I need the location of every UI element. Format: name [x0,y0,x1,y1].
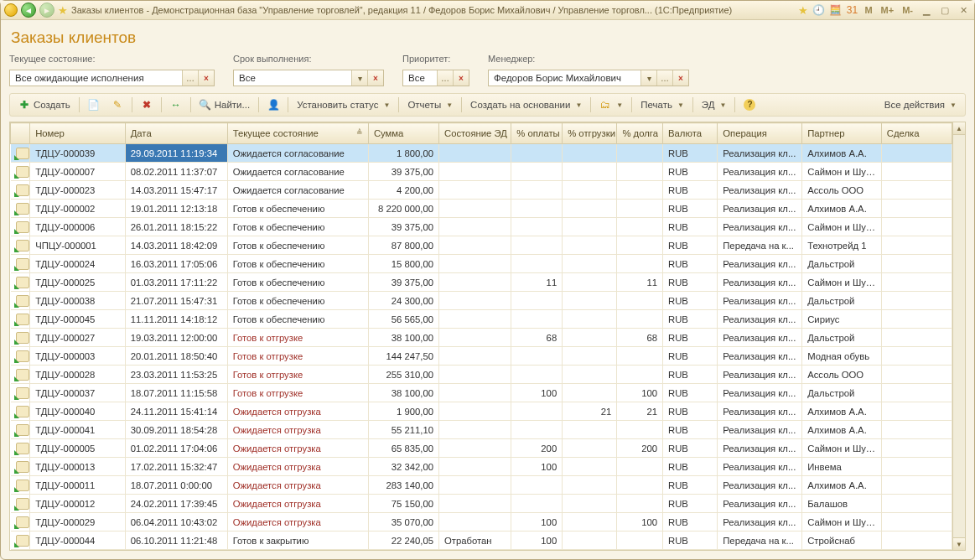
help-button[interactable]: ? [739,95,760,115]
col-number-header[interactable]: Номер [30,123,126,144]
calculator-icon[interactable]: 🧮 [828,4,842,16]
minimize-button[interactable]: ▁ [919,5,934,16]
cell-partner: Технотрейд 1 [802,236,882,255]
history-icon[interactable]: 🕘 [812,4,825,16]
col-ship-header[interactable]: % отгрузки [563,123,617,144]
table-row[interactable]: ТДЦУ-00003821.07.2011 15:47:31Готов к об… [11,292,952,310]
refresh-button[interactable]: ↔ [165,95,187,115]
filter-srok-combo[interactable]: Все ▾ × [233,70,384,86]
table-row[interactable]: ТДЦУ-00000501.02.2011 17:04:06Ожидается … [11,439,952,458]
col-date-header[interactable]: Дата [125,123,227,144]
table-row[interactable]: ТДЦУ-00003406.04.2011 15:24:50Готов к за… [11,550,952,551]
all-actions-button[interactable]: Все действия▼ [879,95,962,115]
document-icon [16,516,29,528]
filter-srok-dropdown-button[interactable]: ▾ [351,70,367,86]
package-button[interactable]: 🗂▼ [594,95,628,115]
col-partner-header[interactable]: Партнер [802,123,882,144]
mem-m-button[interactable]: M [862,5,874,15]
table-row[interactable]: ТДЦУ-00003929.09.2011 11:19:34Ожидается … [11,144,952,163]
cell-estat [438,200,511,218]
cell-pay: 100 [511,384,563,402]
nav-back-button[interactable]: ◄ [21,3,36,18]
favorite-icon[interactable]: ★ [58,4,68,17]
col-status-header[interactable]: Текущее состояние≜ [227,123,368,144]
filter-state-combo[interactable]: Все ожидающие исполнения … × [9,70,215,86]
create-label: Создать [34,100,70,110]
table-row[interactable]: ТДЦУ-00003718.07.2011 11:15:58Готов к от… [11,384,952,402]
cell-currency: RUB [663,144,718,163]
responsible-button[interactable]: 👤 [262,95,284,115]
filter-state-clear-button[interactable]: × [198,70,214,86]
mem-mminus-button[interactable]: M- [900,5,915,15]
table-row[interactable]: ТДЦУ-00000320.01.2011 18:50:40Готов к от… [11,347,952,366]
close-button[interactable]: ✕ [956,5,971,16]
ed-button[interactable]: ЭД▼ [697,95,732,115]
filter-manager-combo[interactable]: Федоров Борис Михайлович ▾ … × [488,70,689,86]
col-cur-header[interactable]: Валюта [663,123,718,144]
table-row[interactable]: ТДЦУ-00002416.03.2011 17:05:06Готов к об… [11,255,952,273]
edit-button[interactable]: ✎ [106,95,128,115]
cell-icon [11,513,30,531]
cell-ship [563,513,617,531]
col-icon-header[interactable] [11,123,30,144]
cell-icon [11,531,30,550]
col-debt-header[interactable]: % долга [617,123,663,144]
col-sum-header[interactable]: Сумма [368,123,438,144]
filter-prio-combo[interactable]: Все … × [402,70,469,86]
nav-forward-button[interactable]: ► [39,3,54,18]
col-deal-header[interactable]: Сделка [881,123,952,144]
print-button[interactable]: Печать▼ [635,95,689,115]
scroll-up-button[interactable]: ▲ [953,122,965,135]
mem-mplus-button[interactable]: M+ [879,5,897,15]
calendar-icon[interactable]: 31 [845,4,858,16]
filter-prio-ellipsis-button[interactable]: … [437,70,453,86]
filter-manager-dropdown-button[interactable]: ▾ [640,70,656,86]
table-row[interactable]: ТДЦУ-00002501.03.2011 17:11:22Готов к об… [11,273,952,292]
table-row[interactable]: ТДЦУ-00000708.02.2011 11:37:07Ожидается … [11,163,952,181]
scroll-down-button[interactable]: ▼ [953,537,965,550]
filter-manager-clear-button[interactable]: × [672,70,688,86]
cell-estat [438,255,511,273]
filter-state-ellipsis-button[interactable]: … [182,70,198,86]
cell-sum: 22 240,05 [368,531,438,550]
table-row[interactable]: ТДЦУ-00004406.10.2011 11:21:48Готов к за… [11,531,952,550]
table-row[interactable]: ТДЦУ-00001317.02.2011 15:32:47Ожидается … [11,458,952,476]
vertical-scrollbar[interactable]: ▲ ▼ [952,122,965,550]
table-row[interactable]: ТДЦУ-00000626.01.2011 18:15:22Готов к об… [11,218,952,236]
col-pay-header[interactable]: % оплаты [511,123,563,144]
col-op-header[interactable]: Операция [718,123,802,144]
col-estat-header[interactable]: Состояние ЭД [438,123,511,144]
link-favorite-icon[interactable]: ★ [798,4,808,17]
maximize-button[interactable]: ▢ [937,5,952,16]
cell-ship [563,273,617,292]
table-row[interactable]: ТДЦУ-00004511.11.2011 14:18:12Готов к об… [11,310,952,329]
table-row[interactable]: ТДЦУ-00001118.07.2011 0:00:00Ожидается о… [11,476,952,495]
filter-prio-clear-button[interactable]: × [453,70,469,86]
delete-button[interactable]: ✖ [136,95,158,115]
cell-ship [563,181,617,200]
copy-button[interactable]: 📄 [83,95,105,115]
table-row[interactable]: ТДЦУ-00002719.03.2011 12:00:00Готов к от… [11,329,952,347]
table-row[interactable]: ТДЦУ-00004130.09.2011 18:54:28Ожидается … [11,421,952,439]
table-row[interactable]: ТДЦУ-00002906.04.2011 10:43:02Ожидается … [11,513,952,531]
table-row[interactable]: ТДЦУ-00001224.02.2011 17:39:45Ожидается … [11,495,952,513]
cell-debt [617,255,663,273]
create-based-button[interactable]: Создать на основании▼ [465,95,587,115]
set-status-button[interactable]: Установить статус▼ [292,95,395,115]
filter-manager-ellipsis-button[interactable]: … [656,70,672,86]
cell-partner: Балашов [802,495,882,513]
table-row[interactable]: ЧПЦУ-00000114.03.2011 18:42:09Готов к об… [11,236,952,255]
table-row[interactable]: ТДЦУ-00002314.03.2011 15:47:17Ожидается … [11,181,952,200]
table-row[interactable]: ТДЦУ-00004024.11.2011 15:41:14Ожидается … [11,402,952,421]
grid-scroll-area[interactable]: Номер Дата Текущее состояние≜ Сумма Сост… [10,122,952,550]
filter-srok-clear-button[interactable]: × [367,70,383,86]
find-button[interactable]: 🔍Найти... [194,95,255,115]
cell-date: 17.02.2011 15:32:47 [125,458,227,476]
reports-button[interactable]: Отчеты▼ [402,95,458,115]
cell-deal [881,402,952,421]
table-row[interactable]: ТДЦУ-00002823.03.2011 11:53:25Готов к от… [11,366,952,384]
find-label: Найти... [215,100,250,110]
create-button[interactable]: ✚Создать [13,95,75,115]
cell-debt [617,292,663,310]
table-row[interactable]: ТДЦУ-00000219.01.2011 12:13:18Готов к об… [11,200,952,218]
